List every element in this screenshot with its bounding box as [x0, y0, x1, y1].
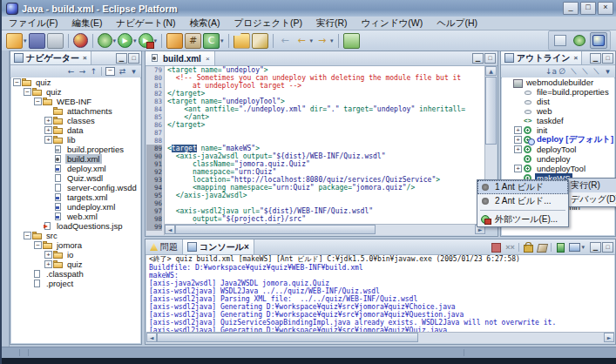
- remove-launches-button[interactable]: ××: [504, 242, 516, 253]
- console-tab-close-icon[interactable]: ×: [244, 242, 249, 252]
- submenu-item-1[interactable]: 2 Ant ビルド...: [477, 194, 568, 208]
- navigator-item-build-xml[interactable]: build.xml: [11, 154, 140, 164]
- navigator-item-loadquestions-jsp[interactable]: loadQuestions.jsp: [11, 221, 140, 231]
- terminate-button[interactable]: [490, 242, 502, 253]
- editor-tab-close-icon[interactable]: ×: [206, 55, 210, 63]
- menubar-item-2[interactable]: ナビゲート(N): [109, 17, 182, 30]
- outline-item-taskdef[interactable]: taskdef: [502, 116, 614, 125]
- new-wizard-button[interactable]: [6, 33, 23, 49]
- navigator-item-src[interactable]: src: [11, 231, 140, 240]
- console-hscroll-thumb[interactable]: [157, 333, 418, 342]
- outline-item-dist[interactable]: dist: [502, 97, 614, 106]
- navigator-item-targets-xml[interactable]: targets.xml: [11, 192, 140, 202]
- tree-expander-icon[interactable]: [44, 251, 52, 259]
- tree-expander-icon[interactable]: [44, 126, 52, 134]
- navigator-item--project[interactable]: .project: [11, 279, 140, 288]
- clear-console-button[interactable]: [536, 242, 548, 253]
- submenu-item-3[interactable]: 外部ツール(E)...: [477, 212, 568, 226]
- editor-horizontal-scrollbar[interactable]: ◄ ►: [165, 224, 485, 235]
- context-menu-item-debug[interactable]: デバッグ(D)▶: [568, 192, 616, 206]
- debug-button-dropdown[interactable]: ▾: [113, 37, 117, 44]
- save-button[interactable]: [29, 33, 45, 49]
- menubar-item-0[interactable]: ファイル(F): [2, 17, 64, 30]
- view-menu-icon[interactable]: ▾: [128, 67, 139, 76]
- outline-close-icon[interactable]: ×: [573, 54, 578, 62]
- navigator-item-quiz-wsdl[interactable]: Quiz.wsdl: [11, 173, 140, 183]
- new-package-button[interactable]: #: [185, 33, 201, 49]
- outline-item-undeploytool[interactable]: undeployTool: [502, 164, 614, 173]
- tree-expander-icon[interactable]: [24, 88, 31, 96]
- tree-expander-icon[interactable]: [44, 117, 52, 125]
- open-perspective-button[interactable]: [552, 32, 569, 49]
- view-menu-icon[interactable]: ▾: [602, 67, 613, 76]
- back-history-button-dropdown[interactable]: ▾: [310, 37, 314, 44]
- navigator-item-quiz[interactable]: quiz: [11, 78, 140, 87]
- navigator-item-classes[interactable]: classes: [11, 116, 140, 125]
- close-button[interactable]: ×: [598, 2, 613, 15]
- debug-button[interactable]: [98, 33, 112, 48]
- new-wizard-button-dropdown[interactable]: ▾: [24, 37, 27, 44]
- filter-properties-icon[interactable]: ⟍: [579, 67, 591, 77]
- navigator-item-undeploy-xml[interactable]: undeploy.xml: [11, 202, 140, 212]
- console-selector-button[interactable]: [568, 242, 580, 253]
- navigator-item-quiz[interactable]: quiz: [11, 87, 140, 97]
- scroll-left-arrow[interactable]: ◄: [165, 225, 175, 234]
- context-menu-item-run[interactable]: 実行(R)▶: [568, 179, 616, 192]
- navigator-item-deploy-xml[interactable]: deploy.xml: [11, 164, 140, 173]
- print-button[interactable]: [47, 33, 64, 49]
- back-history-button[interactable]: ←: [294, 34, 309, 48]
- navigator-item-web-xml[interactable]: web.xml: [11, 212, 140, 221]
- tree-expander-icon[interactable]: [514, 165, 522, 172]
- menubar-item-5[interactable]: 実行(R): [309, 17, 355, 30]
- menubar-item-4[interactable]: プロジェクト(P): [227, 17, 308, 30]
- console-minimize-button[interactable]: ▁: [590, 242, 601, 253]
- editor-tab-buildxml[interactable]: build.xml ×: [146, 51, 215, 65]
- console-tab-console[interactable]: コンソール×: [183, 239, 254, 254]
- outline-item-file-build-properties[interactable]: file=build.properties: [502, 87, 614, 97]
- back-button[interactable]: ←: [278, 34, 293, 48]
- console-scroll-right-arrow[interactable]: ►: [604, 333, 614, 342]
- console-output[interactable]: <終了> quiz build.xml [makeWS] [Ant ビルド] C…: [146, 255, 614, 343]
- maximize-button[interactable]: □: [580, 2, 596, 15]
- menubar-item-6[interactable]: ウィンドウ(W): [355, 17, 430, 30]
- run-button[interactable]: ▶: [118, 33, 132, 48]
- navigator-item-io[interactable]: io: [11, 250, 140, 260]
- navigator-maximize-button[interactable]: □: [128, 53, 139, 64]
- forward-icon[interactable]: →: [77, 67, 88, 76]
- navigator-close-icon[interactable]: ×: [83, 54, 87, 62]
- outline-item-deploytool[interactable]: deployTool: [502, 145, 614, 154]
- navigator-item-web-inf[interactable]: WEB-INF: [11, 97, 140, 106]
- tree-expander-icon[interactable]: [514, 145, 522, 153]
- navigator-item-quiz[interactable]: quiz: [11, 260, 140, 269]
- debug-perspective-button[interactable]: [571, 32, 588, 49]
- outline-minimize-button[interactable]: ▁: [590, 53, 601, 64]
- link-editor-icon[interactable]: ⇄: [117, 67, 128, 76]
- outline-item-undeploy[interactable]: undeploy: [502, 154, 614, 164]
- back-icon[interactable]: ←: [65, 67, 77, 76]
- outline-tab[interactable]: アウトライン ×: [501, 51, 582, 64]
- pin-console-button[interactable]: [554, 242, 566, 253]
- scroll-up-arrow[interactable]: ▲: [485, 66, 497, 76]
- navigator-item-jomora[interactable]: jomora: [11, 240, 140, 250]
- tree-expander-icon[interactable]: [13, 78, 21, 86]
- new-java-project-button[interactable]: [166, 33, 183, 49]
- console-maximize-button[interactable]: □: [602, 242, 613, 253]
- editor-hscroll-thumb[interactable]: [175, 225, 376, 234]
- filter-imported-elements-icon[interactable]: ⟍: [568, 67, 579, 77]
- console-horizontal-scrollbar[interactable]: ◄ ►: [146, 332, 614, 343]
- navigator-item-server-config-wsdd[interactable]: server-config.wsdd: [11, 183, 140, 192]
- new-class-button[interactable]: C: [203, 33, 220, 49]
- outline-item-webmodulebuilder[interactable]: webmodulebuilder: [502, 78, 614, 87]
- new-class-button-dropdown[interactable]: ▾: [220, 37, 224, 44]
- search-button[interactable]: [73, 33, 88, 48]
- navigator-minimize-button[interactable]: ▁: [116, 53, 127, 64]
- editor-minimize-button[interactable]: ▁: [472, 53, 484, 64]
- external-tools-button[interactable]: ▶: [139, 33, 153, 48]
- tree-expander-icon[interactable]: [44, 136, 52, 144]
- menubar-item-7[interactable]: ヘルプ(H): [430, 17, 484, 30]
- sort-icon[interactable]: ↓a: [545, 67, 557, 76]
- filter-top-level-icon[interactable]: ⟍: [591, 67, 602, 77]
- navigator-item-data[interactable]: data: [11, 125, 140, 135]
- tree-expander-icon[interactable]: [514, 136, 522, 144]
- navigator-item-build-properties[interactable]: build.properties: [11, 145, 140, 154]
